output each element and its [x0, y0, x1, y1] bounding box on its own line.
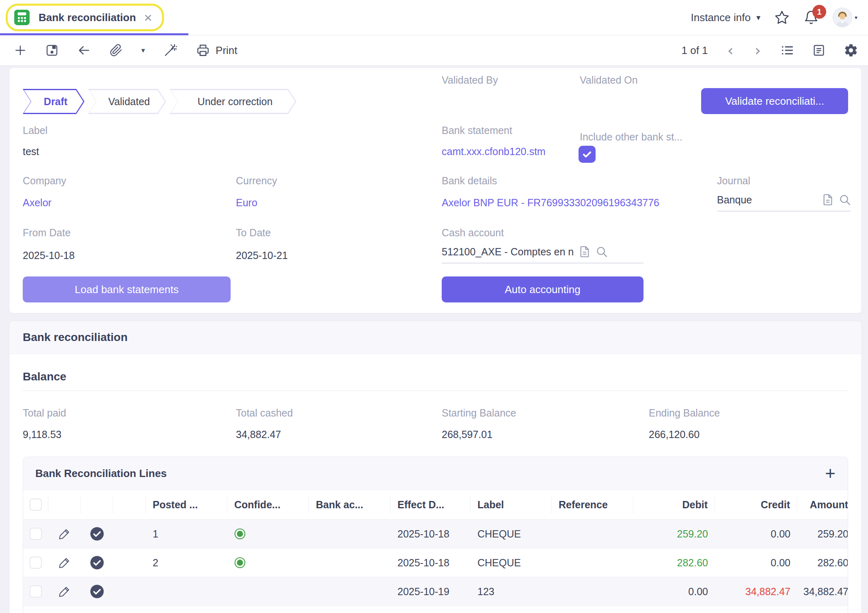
- select-all-checkbox[interactable]: [30, 499, 42, 511]
- table-row[interactable]: 4 2025-10-19 CHEQUE 147.33 0.00 147.33: [23, 606, 848, 613]
- balance-label: Starting Balance: [442, 407, 649, 419]
- bank-reconciliation-lines-panel: Bank Reconciliation Lines + Posted ... C…: [23, 457, 848, 613]
- bank-details-link[interactable]: Axelor BNP EUR - FR769933302096196343776: [442, 197, 659, 209]
- from-date-value[interactable]: 2025-10-18: [23, 250, 75, 261]
- cell-effect-date: 2025-10-19: [391, 586, 471, 598]
- search-icon[interactable]: [596, 246, 608, 258]
- reconciliation-form-card: Draft Validated Under correction Validat…: [9, 67, 862, 313]
- tab-bank-reconciliation[interactable]: Bank reconciliation ×: [6, 4, 164, 31]
- column-header-posted[interactable]: Posted ...: [146, 496, 227, 514]
- validated-by-label: Validated By: [442, 74, 498, 86]
- cell-credit: 34,882.47: [715, 586, 797, 598]
- balance-item-total-cashed: Total cashed 34,882.47: [236, 407, 442, 440]
- company-link[interactable]: Axelor: [23, 197, 52, 209]
- magic-wand-icon[interactable]: [164, 43, 177, 57]
- validated-column-header: [81, 496, 113, 514]
- panel-title: Bank reconciliation: [9, 321, 862, 354]
- status-validated: Validated: [88, 89, 166, 114]
- column-header-debit[interactable]: Debit: [633, 496, 715, 514]
- open-record-icon[interactable]: [822, 194, 834, 206]
- validate-reconciliation-button[interactable]: Validate reconciliati...: [701, 88, 848, 114]
- form-view-icon[interactable]: [812, 43, 826, 57]
- lines-header: Bank Reconciliation Lines +: [23, 457, 848, 490]
- journal-field[interactable]: Banque: [717, 194, 851, 212]
- to-date-label: To Date: [236, 227, 271, 239]
- bank-statement-link[interactable]: camt.xxx.cfonb120.stm: [442, 146, 546, 158]
- main-content: Draft Validated Under correction Validat…: [0, 66, 868, 613]
- check-icon: [581, 148, 593, 160]
- cash-account-label: Cash account: [442, 227, 504, 239]
- load-bank-statements-button[interactable]: Load bank statements: [23, 276, 231, 302]
- to-date-value[interactable]: 2025-10-21: [236, 250, 288, 261]
- table-row[interactable]: 2 2025-10-18 CHEQUE 282.60 0.00 282.60: [23, 548, 848, 577]
- journal-label: Journal: [717, 175, 750, 187]
- confidence-indicator-icon: [234, 557, 246, 568]
- row-checkbox[interactable]: [30, 528, 42, 540]
- cell-debit: 0.00: [633, 586, 715, 598]
- save-icon[interactable]: [45, 44, 58, 57]
- caret-down-icon: ▾: [855, 14, 857, 21]
- table-row[interactable]: 2025-10-19 123 0.00 34,882.47 34,882.47: [23, 577, 848, 606]
- favorite-star-icon[interactable]: [774, 10, 790, 25]
- attachment-paperclip-icon[interactable]: [110, 44, 123, 57]
- cell-amount: 282.60: [797, 557, 848, 569]
- open-record-icon[interactable]: [579, 246, 591, 258]
- cash-account-field[interactable]: 512100_AXE - Comptes en n: [442, 246, 643, 263]
- balance-value: 34,882.47: [236, 429, 442, 440]
- validated-check-icon[interactable]: [90, 527, 104, 541]
- label-field-label: Label: [23, 125, 48, 136]
- print-button[interactable]: Print: [196, 43, 237, 57]
- column-header-confidence[interactable]: Confide...: [227, 496, 309, 514]
- row-checkbox[interactable]: [30, 585, 42, 598]
- column-header-credit[interactable]: Credit: [715, 496, 797, 514]
- column-header-amount[interactable]: Amount: [797, 496, 848, 514]
- balance-item-starting-balance: Starting Balance 268,597.01: [442, 407, 649, 440]
- previous-record-icon[interactable]: ‹: [726, 43, 735, 58]
- edit-pencil-icon[interactable]: [58, 557, 71, 569]
- instance-info-menu[interactable]: Instance info ▾: [691, 11, 760, 24]
- column-header-bank-account[interactable]: Bank ac...: [309, 496, 391, 514]
- validated-check-icon[interactable]: [90, 555, 104, 570]
- lines-title: Bank Reconciliation Lines: [35, 467, 167, 480]
- balance-item-ending-balance: Ending Balance 266,120.60: [649, 407, 848, 440]
- row-checkbox[interactable]: [30, 557, 42, 569]
- cash-account-value: 512100_AXE - Comptes en n: [442, 246, 574, 258]
- column-header-effect-date[interactable]: Effect D...: [391, 496, 471, 514]
- table-row[interactable]: 1 2025-10-18 CHEQUE 259.20 0.00 259.20: [23, 520, 848, 548]
- new-record-icon[interactable]: [14, 44, 27, 57]
- journal-value: Banque: [717, 194, 817, 206]
- printer-icon: [196, 43, 210, 57]
- more-actions-caret-icon[interactable]: ▾: [141, 46, 145, 55]
- cell-debit: 259.20: [633, 528, 715, 540]
- currency-link[interactable]: Euro: [236, 197, 257, 209]
- column-header-reference[interactable]: Reference: [552, 496, 633, 514]
- cell-effect-date: 2025-10-18: [391, 528, 471, 540]
- edit-pencil-icon[interactable]: [58, 585, 71, 598]
- currency-label: Currency: [236, 175, 277, 187]
- include-other-checkbox[interactable]: [579, 146, 596, 163]
- print-label: Print: [216, 44, 237, 57]
- notifications-bell-icon[interactable]: 1: [803, 10, 819, 25]
- next-record-icon[interactable]: ›: [753, 43, 762, 58]
- column-header-label[interactable]: Label: [471, 496, 552, 514]
- cell-effect-date: 2025-10-18: [391, 557, 471, 569]
- back-icon[interactable]: [77, 43, 91, 57]
- list-view-icon[interactable]: [780, 43, 794, 57]
- add-line-icon[interactable]: +: [825, 464, 836, 482]
- cell-credit: 0.00: [715, 528, 797, 540]
- validated-check-icon[interactable]: [90, 584, 104, 599]
- edit-pencil-icon[interactable]: [58, 528, 71, 540]
- active-tab-underline: [0, 33, 188, 35]
- label-field-value[interactable]: test: [23, 146, 39, 158]
- settings-gear-icon[interactable]: [844, 43, 858, 58]
- user-menu[interactable]: ▾: [833, 8, 857, 27]
- auto-accounting-button[interactable]: Auto accounting: [442, 276, 643, 302]
- search-icon[interactable]: [839, 194, 851, 206]
- status-stepper: Draft Validated Under correction: [23, 89, 296, 114]
- app-header: Bank reconciliation × Instance info ▾ 1: [0, 0, 868, 35]
- cell-posted: 2: [146, 557, 227, 569]
- status-under-correction: Under correction: [170, 89, 296, 114]
- status-label: Validated: [104, 96, 150, 108]
- close-icon[interactable]: ×: [144, 11, 152, 24]
- lines-table: Posted ... Confide... Bank ac... Effect …: [23, 490, 848, 613]
